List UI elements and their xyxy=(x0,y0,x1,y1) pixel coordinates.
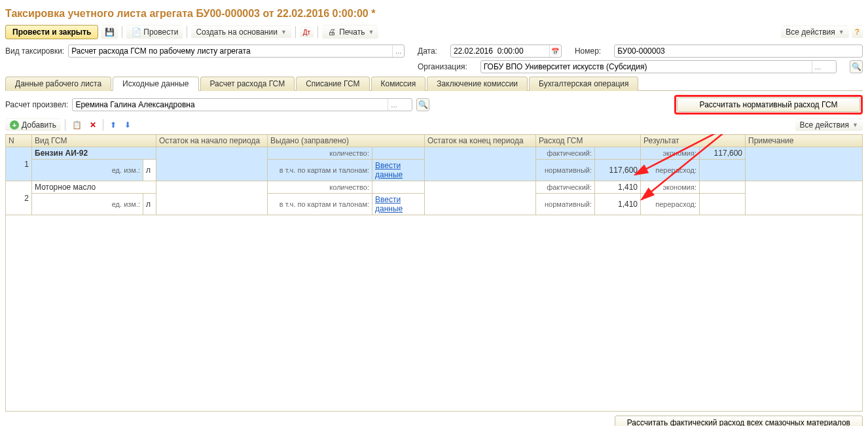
number-label: Номер: xyxy=(575,46,601,56)
cell-fuel-name: Моторное масло xyxy=(32,181,156,194)
cell-cards-label: в т.ч. по картам и талонам: xyxy=(268,194,372,215)
save-icon[interactable]: 💾 xyxy=(101,25,118,39)
cell-unit-label: ед. изм.: xyxy=(32,194,143,215)
submit-close-button[interactable]: Провести и закрыть xyxy=(5,25,98,39)
cell-economy: 117,600 xyxy=(700,147,746,160)
enter-data-link[interactable]: Ввести данные xyxy=(375,161,403,179)
cell-qty-label: количество: xyxy=(268,147,372,160)
create-based-button[interactable]: Создать на основании▼ xyxy=(191,26,291,39)
page-title: Таксировка учетного листа агрегата БУ00-… xyxy=(5,8,863,20)
col-consumption[interactable]: Расход ГСМ xyxy=(536,135,641,147)
cell-actual-label: фактический: xyxy=(536,181,595,194)
calc-actual-all-button[interactable]: Рассчитать фактический расход всех смазо… xyxy=(615,416,863,426)
cell-qty-label: количество: xyxy=(268,181,372,194)
calc-by-input[interactable] xyxy=(72,98,412,111)
cell-economy xyxy=(700,181,746,194)
fuel-grid[interactable]: N Вид ГСМ Остаток на начало периода Выда… xyxy=(5,134,863,215)
col-start-balance[interactable]: Остаток на начало периода xyxy=(156,135,268,147)
date-input[interactable] xyxy=(450,44,562,58)
cell-normative: 1,410 xyxy=(595,194,641,215)
submit-button[interactable]: 📄 Провести xyxy=(126,25,183,39)
taxation-type-input[interactable] xyxy=(68,44,405,58)
plus-icon: + xyxy=(10,120,19,130)
calc-by-ellipsis-icon[interactable]: … xyxy=(388,99,399,111)
date-label: Дата: xyxy=(418,46,437,56)
delete-row-icon[interactable]: ✕ xyxy=(87,119,99,131)
printer-icon: 🖨 xyxy=(327,27,337,37)
calc-by-label: Расчет произвел: xyxy=(5,100,68,109)
tab-accounting-op[interactable]: Бухгалтерская операция xyxy=(529,77,638,91)
cell-n: 2 xyxy=(6,181,32,215)
grid-empty-area xyxy=(5,215,863,412)
tab-commission-conclusion[interactable]: Заключение комиссии xyxy=(427,77,528,91)
cell-cards-label: в т.ч. по картам и талонам: xyxy=(268,160,372,181)
cell-fuel-name: Бензин АИ-92 xyxy=(32,147,156,160)
cell-unit-label: ед. изм.: xyxy=(32,160,143,181)
copy-row-icon[interactable]: 📋 xyxy=(69,119,84,131)
taxation-type-label: Вид таксировки: xyxy=(5,46,64,56)
col-issued[interactable]: Выдано (заправлено) xyxy=(268,135,425,147)
add-row-button[interactable]: + Добавить xyxy=(5,118,61,132)
tab-fuel-calc[interactable]: Расчет расхода ГСМ xyxy=(200,77,295,91)
cell-economy-label: экономия: xyxy=(641,181,700,194)
org-label: Организация: xyxy=(418,62,467,71)
dtkt-icon[interactable]: Дт xyxy=(300,27,314,38)
org-ellipsis-icon[interactable]: … xyxy=(812,61,823,73)
tab-fuel-writeoff[interactable]: Списание ГСМ xyxy=(296,77,369,91)
cell-n: 1 xyxy=(6,147,32,181)
tab-worksheet-data[interactable]: Данные рабочего листа xyxy=(5,77,111,91)
calc-normative-highlight: Рассчитать нормативный расход ГСМ xyxy=(674,95,863,115)
cell-normative-label: нормативный: xyxy=(536,160,595,181)
org-input[interactable] xyxy=(480,60,837,73)
calc-by-search-icon[interactable]: 🔍 xyxy=(416,98,429,111)
table-row[interactable]: 1 Бензин АИ-92 количество: фактический: … xyxy=(6,147,863,160)
cell-normative: 117,600 xyxy=(595,160,641,181)
col-end-balance[interactable]: Остаток на конец периода xyxy=(425,135,536,147)
cell-unit: л xyxy=(143,160,156,181)
grid-all-actions-button[interactable]: Все действия▼ xyxy=(795,118,863,132)
tab-commission[interactable]: Комиссия xyxy=(371,77,426,91)
grid-toolbar: + Добавить 📋 ✕ ⬆ ⬇ Все действия▼ xyxy=(5,118,863,132)
cell-overrun-label: перерасход: xyxy=(641,194,700,215)
col-result[interactable]: Результат xyxy=(641,135,746,147)
cell-actual xyxy=(595,147,641,160)
col-n[interactable]: N xyxy=(6,135,32,147)
cell-economy-label: экономия: xyxy=(641,147,700,160)
cell-overrun xyxy=(700,194,746,215)
calc-normative-button[interactable]: Рассчитать нормативный расход ГСМ xyxy=(677,98,860,112)
cell-overrun xyxy=(700,160,746,181)
table-row[interactable]: 2 Моторное масло количество: фактический… xyxy=(6,181,863,194)
cell-actual: 1,410 xyxy=(595,181,641,194)
tabs: Данные рабочего листа Исходные данные Ра… xyxy=(5,76,863,91)
col-fuel-type[interactable]: Вид ГСМ xyxy=(32,135,156,147)
cell-actual-label: фактический: xyxy=(536,147,595,160)
move-up-icon[interactable]: ⬆ xyxy=(107,119,119,131)
tab-source-data[interactable]: Исходные данные xyxy=(113,77,198,91)
all-actions-button[interactable]: Все действия▼ xyxy=(781,26,848,39)
cell-overrun-label: перерасход: xyxy=(641,160,700,181)
submit-icon: 📄 xyxy=(131,27,141,37)
calendar-icon[interactable]: 📅 xyxy=(549,45,561,57)
enter-data-link[interactable]: Ввести данные xyxy=(375,195,403,213)
help-icon[interactable]: ? xyxy=(852,26,863,39)
number-input[interactable] xyxy=(614,44,863,58)
cell-unit: л xyxy=(143,194,156,215)
taxation-type-ellipsis-icon[interactable]: … xyxy=(392,45,404,57)
org-search-icon[interactable]: 🔍 xyxy=(850,60,863,73)
print-button[interactable]: 🖨 Печать▼ xyxy=(322,25,378,39)
col-note[interactable]: Примечание xyxy=(746,135,863,147)
move-down-icon[interactable]: ⬇ xyxy=(122,119,134,131)
main-toolbar: Провести и закрыть 💾 📄 Провести Создать … xyxy=(5,25,863,39)
cell-normative-label: нормативный: xyxy=(536,194,595,215)
